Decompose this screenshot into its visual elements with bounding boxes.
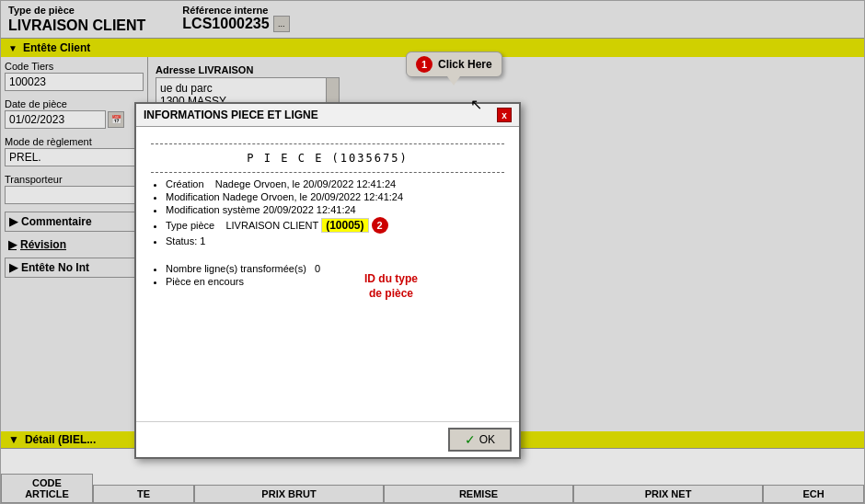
main-form: Type de pièce LIVRAISON CLIENT Référence… — [0, 0, 865, 504]
modal: INFORMATIONS PIECE ET LIGNE x P I E C E … — [134, 102, 521, 459]
bubble-circle-1: 1 — [416, 56, 432, 73]
modal-close-button[interactable]: x — [497, 108, 512, 122]
circle-2: 2 — [372, 217, 388, 234]
modal-item-lignes: Nombre ligne(s) transformée(s) 0 — [166, 263, 504, 274]
modal-item-encours: Pièce en encours — [166, 276, 504, 287]
modal-content: P I E C E (1035675) Création Nadege Orvo… — [136, 127, 519, 421]
id-label-line2: de pièce — [364, 287, 418, 302]
modal-item-creation: Création Nadege Orvoen, le 20/09/2022 12… — [166, 178, 504, 189]
modal-title-bar: INFORMATIONS PIECE ET LIGNE x — [136, 104, 519, 127]
id-label-line1: ID du type — [364, 272, 418, 287]
modal-item-status: Status: 1 — [166, 235, 504, 246]
ok-label: OK — [479, 433, 495, 446]
modal-title: INFORMATIONS PIECE ET LIGNE — [144, 109, 318, 121]
modal-item-modif1: Modification Nadege Orvoen, le 20/09/202… — [166, 191, 504, 202]
bubble-tail — [447, 76, 460, 86]
piece-title: P I E C E (1035675) — [151, 152, 504, 165]
click-here-bubble: 1 Click Here — [406, 52, 502, 77]
ok-button[interactable]: ✓ OK — [448, 428, 512, 452]
ok-checkmark: ✓ — [465, 432, 476, 447]
modal-footer: ✓ OK — [136, 421, 519, 457]
modal-list-1: Création Nadege Orvoen, le 20/09/2022 12… — [151, 178, 504, 246]
type-id-highlight: (10005) — [321, 218, 368, 233]
click-here-label: Click Here — [438, 58, 492, 71]
modal-item-type: Type pièce LIVRAISON CLIENT (10005) 2 — [166, 217, 504, 234]
modal-item-modif2: Modification système 20/09/2022 12:41:24 — [166, 204, 504, 215]
modal-divider-mid — [151, 172, 504, 173]
modal-list-2: Nombre ligne(s) transformée(s) 0 Pièce e… — [151, 263, 504, 287]
cursor-indicator: ↖ — [470, 96, 482, 113]
modal-divider-top — [151, 143, 504, 144]
id-type-label: ID du type de pièce — [364, 272, 418, 301]
